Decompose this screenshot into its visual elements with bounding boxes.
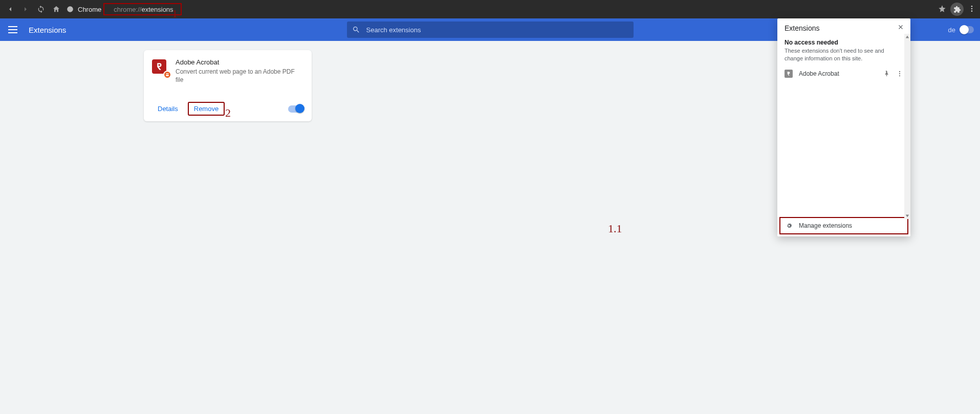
address-bar[interactable]: chrome://extensions — [111, 5, 176, 14]
row-more-icon[interactable] — [896, 70, 903, 77]
puzzle-icon — [953, 6, 961, 13]
svg-point-6 — [899, 75, 900, 76]
popup-scrollbar[interactable] — [904, 34, 910, 219]
pin-icon[interactable] — [883, 70, 890, 77]
svg-point-4 — [899, 71, 900, 72]
forward-arrow-icon — [21, 5, 30, 13]
extension-description: Convert current web page to an Adobe PDF… — [176, 68, 303, 84]
extensions-toolbar-button[interactable] — [950, 3, 964, 16]
back-button[interactable] — [4, 3, 16, 15]
bookmark-button[interactable] — [938, 5, 946, 14]
scroll-up-icon — [905, 35, 909, 39]
popup-header: Extensions — [777, 18, 910, 36]
developer-mode-toggle[interactable] — [960, 26, 974, 33]
page-title: Extensions — [29, 26, 66, 34]
scroll-down-icon — [905, 214, 909, 218]
popup-adobe-icon — [785, 70, 793, 78]
browser-right-icons — [938, 3, 976, 16]
url-path: extensions — [141, 6, 173, 13]
svg-point-1 — [971, 6, 973, 7]
svg-point-5 — [899, 73, 900, 74]
popup-row-label: Adobe Acrobat — [799, 70, 877, 77]
extension-enable-toggle[interactable] — [288, 105, 303, 113]
card-header-row: Adobe Acrobat Convert current web page t… — [152, 58, 303, 84]
forward-button[interactable] — [19, 3, 32, 15]
reload-icon — [37, 5, 45, 13]
card-text-block: Adobe Acrobat Convert current web page t… — [176, 58, 303, 84]
search-bar[interactable] — [347, 21, 634, 38]
extension-name: Adobe Acrobat — [176, 58, 303, 66]
gear-icon — [786, 222, 793, 229]
more-vertical-icon — [968, 5, 976, 13]
manage-extensions-label: Manage extensions — [799, 222, 852, 229]
manage-extensions-button[interactable]: Manage extensions — [779, 217, 908, 234]
annotation-1: 1 — [172, 7, 178, 20]
popup-close-button[interactable] — [897, 24, 904, 33]
reload-button[interactable] — [35, 3, 47, 15]
remove-button[interactable]: Remove — [188, 102, 225, 116]
dev-mode-label-partial: de — [948, 26, 955, 34]
home-button[interactable] — [50, 3, 62, 15]
back-arrow-icon — [6, 5, 14, 13]
popup-title: Extensions — [785, 24, 819, 32]
search-input[interactable] — [366, 26, 628, 34]
browser-toolbar: Chrome chrome://extensions — [0, 0, 980, 18]
svg-point-3 — [971, 10, 973, 12]
address-bar-highlight: chrome://extensions — [103, 3, 181, 15]
nav-buttons-group — [4, 3, 62, 15]
svg-point-0 — [67, 6, 73, 12]
developer-mode-group: de — [948, 26, 974, 34]
site-info-chip[interactable]: Chrome — [67, 6, 101, 13]
popup-description: These extensions don't need to see and c… — [785, 47, 903, 62]
details-button[interactable]: Details — [152, 101, 184, 116]
convert-badge-icon — [163, 71, 171, 79]
popup-body: No access needed These extensions don't … — [777, 36, 910, 217]
url-prefix: chrome:// — [114, 6, 141, 13]
main-menu-button[interactable] — [8, 24, 20, 36]
svg-point-2 — [971, 8, 973, 9]
popup-extension-row[interactable]: Adobe Acrobat — [785, 70, 903, 78]
browser-menu-button[interactable] — [968, 5, 976, 14]
search-icon — [352, 26, 360, 34]
star-icon — [938, 5, 946, 13]
extension-icon — [152, 59, 168, 76]
extensions-popup: Extensions No access needed These extens… — [777, 18, 910, 236]
popup-subtitle: No access needed — [785, 39, 903, 46]
home-icon — [52, 5, 60, 13]
close-icon — [897, 24, 904, 31]
annotation-2: 2 — [225, 106, 231, 120]
site-label: Chrome — [78, 6, 101, 13]
annotation-1-1: 1.1 — [608, 222, 622, 235]
chrome-logo-icon — [67, 6, 74, 13]
